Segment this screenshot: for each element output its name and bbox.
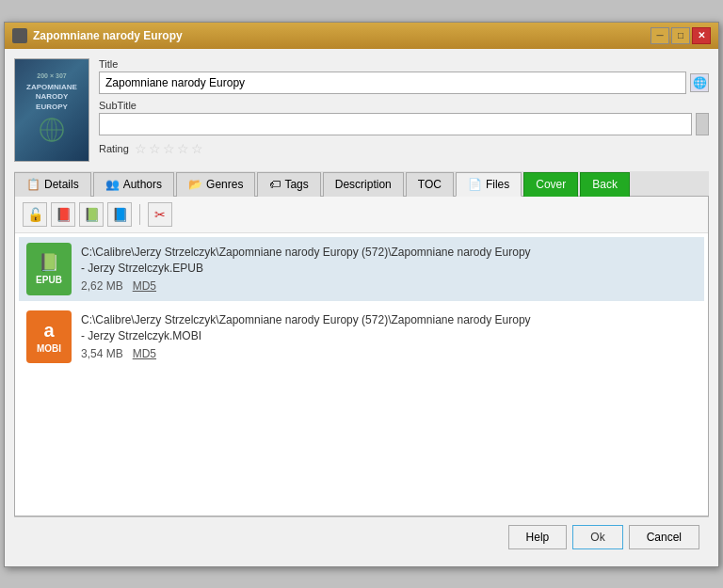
book-cover: 200 × 307 ZAPOMNIANENARODYEUROPY: [14, 58, 89, 162]
title-field-row: Title 🌐: [99, 58, 709, 94]
tabs-bar: 📋 Details 👥 Authors 📂 Genres 🏷 Tags Desc…: [14, 171, 709, 197]
delete-icon: ✂: [154, 207, 166, 222]
epub-md5[interactable]: MD5: [133, 279, 156, 293]
files-toolbar: 🔓 📕 📗 📘 ✂: [15, 197, 708, 233]
cover-text: 200 × 307 ZAPOMNIANENARODYEUROPY: [23, 69, 81, 150]
epub-file-item[interactable]: 📗 EPUB C:\Calibre\Jerzy Strzelczyk\Zapom…: [19, 237, 704, 301]
title-input[interactable]: [99, 72, 686, 94]
window-controls: ─ □ ✕: [651, 27, 711, 44]
maximize-button[interactable]: □: [671, 27, 690, 44]
subtitle-row: [99, 113, 709, 135]
titlebar: Zapomniane narody Europy ─ □ ✕: [5, 23, 718, 49]
book-stack-icon: 📗: [84, 207, 100, 222]
tab-details[interactable]: 📋 Details: [14, 172, 91, 197]
mobi-file-item[interactable]: a MOBI C:\Calibre\Jerzy Strzelczyk\Zapom…: [19, 305, 704, 369]
titlebar-title: Zapomniane narody Europy: [12, 28, 183, 43]
tab-cover[interactable]: Cover: [523, 172, 578, 197]
subtitle-input[interactable]: [99, 113, 692, 135]
tab-genres[interactable]: 📂 Genres: [176, 172, 255, 197]
ok-button[interactable]: Ok: [572, 525, 622, 549]
star-2[interactable]: ☆: [149, 141, 161, 156]
star-1[interactable]: ☆: [135, 141, 147, 156]
tab-description[interactable]: Description: [323, 172, 404, 197]
star-rating[interactable]: ☆ ☆ ☆ ☆ ☆: [135, 141, 203, 156]
star-4[interactable]: ☆: [177, 141, 189, 156]
mobi-file-path: C:\Calibre\Jerzy Strzelczyk\Zapomniane n…: [81, 312, 697, 344]
tab-content: 🔓 📕 📗 📘 ✂: [14, 197, 709, 516]
star-3[interactable]: ☆: [163, 141, 175, 156]
tab-tags[interactable]: 🏷 Tags: [257, 172, 320, 197]
rating-label: Rating: [99, 143, 129, 154]
epub-badge: 📗 EPUB: [26, 243, 72, 295]
book-blue-icon: 📘: [112, 207, 128, 222]
mobi-badge: a MOBI: [26, 310, 72, 363]
close-button[interactable]: ✕: [692, 27, 711, 44]
tab-toc[interactable]: TOC: [406, 172, 454, 197]
set-cover-button[interactable]: 📘: [107, 202, 132, 227]
title-label: Title: [99, 58, 709, 70]
main-content: 200 × 307 ZAPOMNIANENARODYEUROPY: [5, 49, 718, 566]
top-section: 200 × 307 ZAPOMNIANENARODYEUROPY: [14, 58, 709, 162]
title-row: 🌐: [99, 72, 709, 94]
remove-format-button[interactable]: 📕: [51, 202, 75, 227]
lock-open-icon: 🔓: [27, 207, 43, 222]
save-format-button[interactable]: 📗: [79, 202, 104, 227]
help-button[interactable]: Help: [508, 525, 568, 549]
mobi-icon: a: [43, 320, 54, 342]
mobi-file-info: C:\Calibre\Jerzy Strzelczyk\Zapomniane n…: [81, 312, 697, 361]
epub-file-meta: 2,62 MB MD5: [81, 279, 697, 293]
bottom-bar: Help Ok Cancel: [14, 516, 709, 557]
details-icon: 📋: [26, 178, 40, 191]
book-red-icon: 📕: [56, 207, 72, 222]
star-5[interactable]: ☆: [191, 141, 203, 156]
epub-file-path: C:\Calibre\Jerzy Strzelczyk\Zapomniane n…: [81, 245, 697, 277]
file-list: 📗 EPUB C:\Calibre\Jerzy Strzelczyk\Zapom…: [15, 233, 708, 376]
tab-back[interactable]: Back: [580, 172, 630, 197]
epub-icon: 📗: [39, 252, 59, 273]
cover-art: 200 × 307 ZAPOMNIANENARODYEUROPY: [15, 59, 88, 161]
tags-icon: 🏷: [269, 178, 281, 191]
epub-file-size: 2,62 MB: [81, 279, 123, 293]
minimize-button[interactable]: ─: [651, 27, 669, 44]
genres-icon: 📂: [188, 178, 202, 191]
files-icon: 📄: [468, 178, 482, 191]
delete-button[interactable]: ✂: [148, 202, 172, 227]
tab-authors[interactable]: 👥 Authors: [93, 172, 174, 197]
toolbar-separator: [139, 204, 140, 225]
globe-icon[interactable]: 🌐: [690, 73, 709, 92]
add-format-button[interactable]: 🔓: [23, 202, 47, 227]
main-window: Zapomniane narody Europy ─ □ ✕ 200 × 307…: [4, 22, 719, 567]
mobi-label: MOBI: [37, 343, 61, 354]
authors-icon: 👥: [105, 178, 120, 191]
epub-file-info: C:\Calibre\Jerzy Strzelczyk\Zapomniane n…: [81, 245, 697, 294]
mobi-file-meta: 3,54 MB MD5: [81, 347, 697, 360]
mobi-file-size: 3,54 MB: [81, 347, 123, 360]
epub-label: EPUB: [36, 275, 62, 285]
subtitle-handle[interactable]: [696, 113, 709, 135]
subtitle-field-row: SubTitle: [99, 100, 709, 135]
fields-section: Title 🌐 SubTitle Rating ☆: [99, 58, 709, 162]
app-icon: [12, 28, 27, 43]
cancel-button[interactable]: Cancel: [629, 525, 699, 549]
mobi-md5[interactable]: MD5: [133, 347, 156, 360]
subtitle-label: SubTitle: [99, 100, 709, 111]
tab-files[interactable]: 📄 Files: [456, 172, 522, 197]
rating-row: Rating ☆ ☆ ☆ ☆ ☆: [99, 141, 709, 156]
